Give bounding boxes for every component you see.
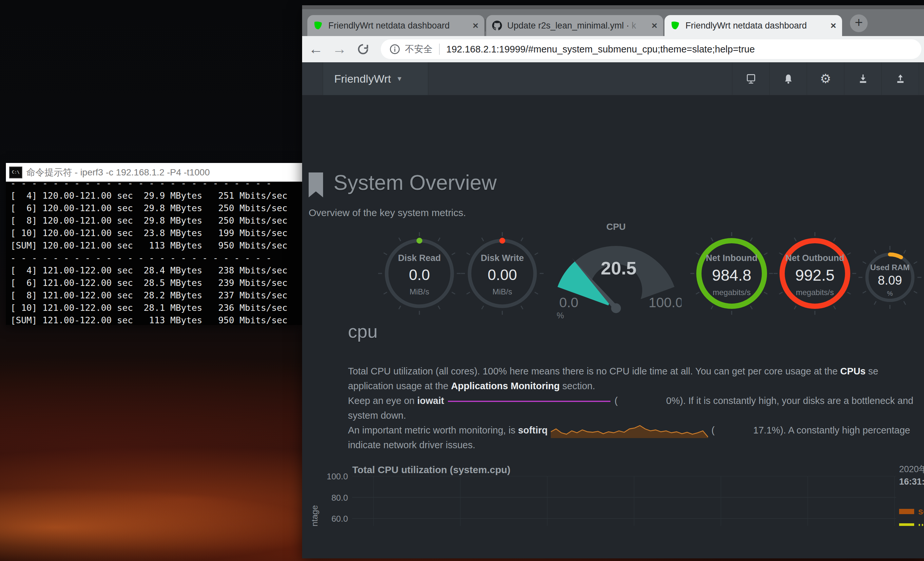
chart-legend: softirqusersystemniceiowait: [899, 504, 924, 526]
window-frame: [302, 5, 924, 9]
svg-text:0.0: 0.0: [409, 266, 430, 283]
alarms-button[interactable]: [770, 62, 807, 95]
url-text[interactable]: 192.168.2.1:19999/#menu_system_submenu_c…: [446, 44, 755, 55]
browser-toolbar: ← → 不安全 192.168.2.1:19999/#menu_system_s…: [302, 36, 924, 63]
host-selector[interactable]: FriendlyWrt ▼: [323, 62, 428, 95]
tab-github[interactable]: Update r2s_lean_minimal.yml · k ×: [486, 15, 663, 36]
disk-write-dot: [500, 238, 505, 244]
svg-text:8.09: 8.09: [878, 274, 902, 287]
svg-text:megabits/s: megabits/s: [796, 288, 834, 297]
settings-button[interactable]: ⚙: [807, 62, 844, 95]
legend-swatch: [899, 509, 914, 514]
terminal-titlebar[interactable]: C:\ 命令提示符 - iperf3 -c 192.168.1.2 -P4 -t…: [6, 163, 302, 182]
svg-text:100.0: 100.0: [648, 295, 681, 310]
svg-text:Used RAM: Used RAM: [870, 263, 910, 272]
cmd-icon: C:\: [9, 167, 22, 178]
cpu-desc-line: indicate network driver issues.: [348, 438, 924, 453]
cpu-desc-line: Total CPU utilization (all cores). 100% …: [348, 364, 924, 379]
svg-text:Net Outbound: Net Outbound: [785, 253, 844, 263]
y-axis-label: percentage: [310, 494, 320, 526]
tab-title: FriendlyWrt netdata dashboard: [686, 21, 826, 31]
tab-close-icon[interactable]: ×: [651, 20, 657, 31]
github-favicon-icon: [492, 21, 502, 30]
used-ram-arc: [890, 254, 901, 257]
host-name: FriendlyWrt: [334, 72, 391, 85]
security-label[interactable]: 不安全: [405, 43, 432, 56]
terminal-title: 命令提示符 - iperf3 -c 192.168.1.2 -P4 -t1000: [26, 166, 210, 179]
export-snapshot-button[interactable]: [881, 62, 919, 95]
svg-text:MiB/s: MiB/s: [410, 287, 429, 296]
svg-text:MiB/s: MiB/s: [492, 287, 512, 296]
urlbar-divider: [439, 44, 440, 55]
print-dashboard-button[interactable]: [732, 62, 770, 95]
back-button[interactable]: ←: [307, 40, 325, 59]
gauge-disk-write[interactable]: Disk Write 0.00 MiB/s: [460, 231, 545, 316]
svg-text:Disk Read: Disk Read: [398, 253, 441, 263]
iowait-sparkline[interactable]: [447, 399, 611, 404]
y-axis-tick: 100.0: [309, 471, 348, 482]
terminal-body: - - - - - - - - - - - - - - - - - - - - …: [6, 182, 302, 325]
terminal-output: - - - - - - - - - - - - - - - - - - - - …: [6, 182, 302, 325]
gauge-used-ram[interactable]: Used RAM 8.09 %: [857, 245, 923, 310]
cpu-desc-line: system down.: [348, 408, 924, 423]
tab-netdata-2-active[interactable]: FriendlyWrt netdata dashboard ×: [664, 15, 842, 36]
tab-title: Update r2s_lean_minimal.yml · k: [507, 21, 647, 31]
svg-text:0.0: 0.0: [560, 295, 578, 310]
applications-monitoring-link[interactable]: Applications Monitoring: [451, 381, 560, 391]
new-tab-button[interactable]: +: [850, 14, 868, 32]
address-bar[interactable]: 不安全 192.168.2.1:19999/#menu_system_subme…: [381, 39, 921, 59]
bookmark-icon[interactable]: [309, 173, 323, 197]
tab-netdata-1[interactable]: FriendlyWrt netdata dashboard ×: [308, 15, 484, 36]
forward-button[interactable]: →: [330, 40, 349, 59]
import-snapshot-button[interactable]: [844, 62, 881, 95]
tab-divider: [485, 19, 486, 32]
cpu-description: Total CPU utilization (all cores). 100% …: [348, 364, 924, 453]
terminal-window[interactable]: C:\ 命令提示符 - iperf3 -c 192.168.1.2 -P4 -t…: [6, 163, 302, 325]
page-title: System Overview: [333, 170, 497, 195]
gauge-net-outbound[interactable]: Net Outbound 992.5 megabits/s: [772, 231, 858, 316]
svg-text:0.00: 0.00: [488, 266, 517, 283]
cpus-link[interactable]: CPUs: [840, 366, 866, 376]
svg-text:984.8: 984.8: [712, 266, 752, 284]
svg-text:%: %: [557, 311, 564, 320]
reload-button[interactable]: [354, 40, 372, 59]
cpu-desc-line: application usage at the Applications Mo…: [348, 379, 924, 394]
svg-text:%: %: [887, 290, 893, 297]
info-icon[interactable]: [389, 44, 400, 55]
bell-icon: [783, 73, 794, 84]
legend-item-softirq[interactable]: softirq: [899, 504, 924, 519]
netdata-favicon-icon: [313, 21, 323, 30]
cpu-desc-line: Keep an eye on iowait(0%). If it is cons…: [348, 394, 924, 408]
netdata-page: FriendlyWrt ▼ ⚙ System Overview Overview…: [302, 62, 924, 526]
upload-icon: [895, 73, 906, 84]
legend-item-user[interactable]: user: [899, 519, 924, 526]
tab-strip: FriendlyWrt netdata dashboard × Update r…: [302, 9, 924, 36]
gear-icon: ⚙: [820, 71, 831, 86]
cpu-desc-line: An important metric worth monitoring, is…: [348, 423, 924, 438]
page-subtitle: Overview of the key system metrics.: [309, 207, 466, 218]
svg-text:Disk Write: Disk Write: [481, 253, 524, 263]
legend-label: softirq: [918, 506, 924, 517]
svg-text:20.5: 20.5: [601, 258, 637, 278]
gauge-net-inbound[interactable]: Net Inbound 984.8 megabits/s: [689, 231, 774, 316]
browser-window: FriendlyWrt netdata dashboard × Update r…: [302, 5, 924, 558]
gauge-disk-read[interactable]: Disk Read 0.0 MiB/s: [377, 231, 462, 316]
chart-title: Total CPU utilization (system.cpu): [352, 464, 510, 475]
legend-label: user: [918, 521, 924, 526]
tab-close-icon[interactable]: ×: [472, 20, 478, 31]
chart-timestamp: 2020年3 16:31:2: [899, 463, 924, 488]
softirq-sparkline[interactable]: [551, 424, 708, 438]
svg-text:992.5: 992.5: [795, 266, 834, 284]
section-heading-cpu: cpu: [348, 321, 378, 342]
legend-swatch: [899, 523, 914, 526]
cpu-utilization-chart[interactable]: [352, 476, 896, 526]
chevron-down-icon: ▼: [396, 75, 403, 83]
tab-close-icon[interactable]: ×: [830, 20, 836, 31]
reload-icon: [357, 43, 370, 56]
monitor-icon: [745, 73, 757, 84]
svg-text:Net Inbound: Net Inbound: [706, 253, 757, 263]
download-icon: [858, 73, 868, 84]
gauge-cpu[interactable]: 20.5 0.0 % 100.0: [550, 228, 681, 323]
netdata-favicon-icon: [670, 21, 680, 30]
svg-text:megabits/s: megabits/s: [712, 288, 751, 297]
